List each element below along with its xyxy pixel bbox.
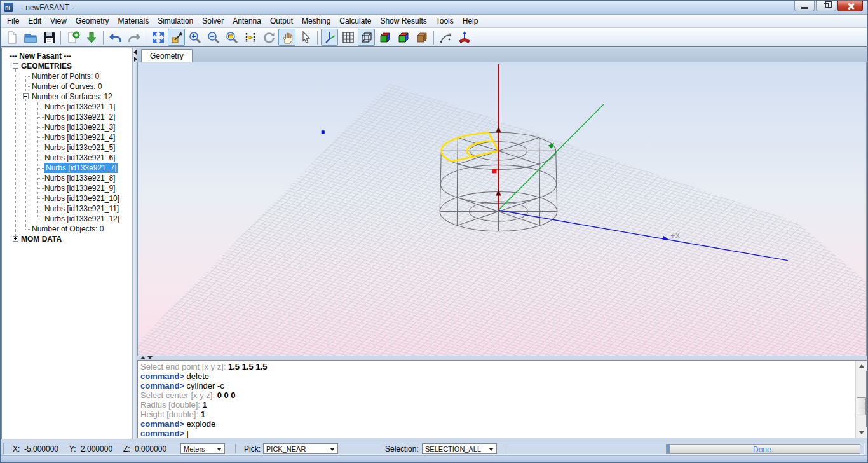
scrollbar-thumb[interactable] (857, 397, 866, 415)
splitter-down-icon[interactable] (147, 356, 153, 359)
menu-item-tools[interactable]: Tools (431, 15, 458, 27)
tab-strip: Geometry (137, 48, 867, 62)
menu-item-help[interactable]: Help (458, 15, 483, 27)
redo-button[interactable] (125, 29, 142, 46)
scene-canvas[interactable]: +X (138, 62, 866, 356)
menu-item-geometry[interactable]: Geometry (71, 15, 114, 27)
tree-item-mom-data[interactable]: MOM DATA (2, 234, 132, 244)
toolbar-separator (60, 31, 61, 45)
antenna-tool-button[interactable] (456, 29, 473, 46)
zoom-in-button[interactable] (186, 29, 203, 46)
show-axes-button[interactable] (321, 29, 338, 46)
sidebar-splitter[interactable] (132, 48, 137, 439)
expand-icon[interactable] (13, 236, 18, 242)
menu-item-meshing[interactable]: Meshing (297, 15, 335, 27)
status-bar: X: -5.000000 Y: 2.000000 Z: 0.000000 Met… (1, 441, 867, 457)
tree-item-nurbs-6[interactable]: Nurbs [id133e921_6] (2, 153, 132, 163)
save-file-button[interactable] (40, 29, 57, 46)
reference-point-marker[interactable] (322, 130, 325, 134)
scroll-up-button[interactable] (856, 361, 867, 371)
curvature-tool-button[interactable] (437, 29, 454, 46)
tree-root[interactable]: --- New Fasant --- (2, 51, 132, 61)
tree-item-nurbs-4[interactable]: Nurbs [id133e921_4] (2, 132, 132, 142)
menu-item-calculate[interactable]: Calculate (335, 15, 376, 27)
console-line: Height [double]: 1 (140, 410, 853, 419)
show-grid-button[interactable] (339, 29, 356, 46)
pan-view-button[interactable] (278, 29, 295, 46)
collapse-icon[interactable] (13, 63, 18, 69)
tree-item-points[interactable]: Number of Points: 0 (2, 71, 132, 81)
minimize-icon (801, 7, 808, 9)
menu-item-show-results[interactable]: Show Results (376, 15, 431, 27)
shaded-mode-button[interactable] (395, 29, 412, 46)
tree-item-nurbs-2[interactable]: Nurbs [id133e921_2] (2, 112, 132, 122)
undo-button[interactable] (107, 29, 124, 46)
tree-item-curves[interactable]: Number of Curves: 0 (2, 81, 132, 92)
import-icon (85, 31, 98, 45)
menu-item-antenna[interactable]: Antenna (228, 15, 266, 27)
tree-item-nurbs-12[interactable]: Nurbs [id133e921_12] (2, 214, 132, 224)
zoom-out-icon (207, 31, 220, 45)
tree-item-nurbs-1[interactable]: Nurbs [id133e921_1] (2, 102, 132, 112)
console-line: Select center [x y z]: 0 0 0 (140, 390, 853, 400)
console-output[interactable]: Select end point [x y z]: 1.5 1.5 1.5 co… (140, 362, 853, 436)
import-geometry-button[interactable] (83, 29, 100, 46)
perspective-view-button[interactable] (168, 29, 185, 46)
menu-item-file[interactable]: File (3, 15, 24, 27)
tree-item-nurbs-3[interactable]: Nurbs [id133e921_3] (2, 122, 132, 132)
wireframe-mode-button[interactable] (358, 29, 375, 46)
open-file-button[interactable] (22, 29, 39, 46)
tree: --- New Fasant --- GEOMETRIES Number of … (2, 48, 132, 244)
coord-y-label: Y: (69, 445, 76, 453)
new-file-button[interactable] (3, 29, 20, 46)
title-bar: nF - newFASANT - (1, 1, 867, 15)
textured-mode-button[interactable] (413, 29, 430, 46)
viewport-3d[interactable]: +X (137, 62, 867, 356)
tab-geometry[interactable]: Geometry (141, 49, 193, 62)
rotate-view-button[interactable] (260, 29, 277, 46)
tree-item-geometries[interactable]: GEOMETRIES (2, 61, 132, 71)
tree-item-nurbs-9[interactable]: Nurbs [id133e921_9] (2, 183, 132, 193)
splitter-up-icon[interactable] (140, 356, 146, 359)
menu-item-view[interactable]: View (46, 15, 71, 27)
menu-bar: File Edit View Geometry Materials Simula… (1, 15, 867, 28)
zoom-selection-button[interactable] (241, 29, 259, 46)
console-scrollbar[interactable] (855, 361, 866, 438)
scroll-down-button[interactable] (856, 427, 867, 438)
new-file-icon (5, 31, 19, 45)
tree-item-nurbs-5[interactable]: Nurbs [id133e921_5] (2, 142, 132, 153)
selection-mode-select[interactable]: SELECTION_ALL (422, 443, 497, 454)
command-console[interactable]: Select end point [x y z]: 1.5 1.5 1.5 co… (137, 360, 867, 438)
zoom-out-button[interactable] (205, 29, 222, 46)
tree-item-objects[interactable]: Number of Objects: 0 (2, 224, 132, 234)
menu-item-solver[interactable]: Solver (198, 15, 228, 27)
tree-item-nurbs-7-selected[interactable]: Nurbs [id133e921_7] (2, 163, 132, 173)
solid-color-mode-button[interactable] (376, 29, 393, 46)
tree-item-nurbs-10[interactable]: Nurbs [id133e921_10] (2, 193, 132, 204)
menu-item-output[interactable]: Output (266, 15, 297, 27)
fit-view-button[interactable] (149, 29, 166, 46)
menu-item-simulation[interactable]: Simulation (153, 15, 198, 27)
console-line: command> delete (140, 371, 853, 381)
restore-button[interactable] (816, 1, 836, 11)
antenna-icon (458, 31, 471, 45)
toolbar (1, 28, 867, 47)
tree-item-nurbs-11[interactable]: Nurbs [id133e921_11] (2, 204, 132, 214)
console-input-line[interactable]: command> | (140, 429, 853, 438)
pick-mode-select[interactable]: PICK_NEAR (263, 443, 338, 454)
new-geometry-button[interactable] (64, 29, 81, 46)
close-button[interactable] (837, 1, 863, 11)
zoom-window-button[interactable] (223, 29, 240, 46)
menu-item-materials[interactable]: Materials (114, 15, 154, 27)
new-geometry-icon (66, 31, 80, 45)
select-cursor-button[interactable] (297, 29, 314, 46)
collapse-icon[interactable] (23, 93, 29, 99)
units-select[interactable]: Meters (180, 443, 225, 454)
menu-item-edit[interactable]: Edit (24, 15, 46, 27)
tree-item-surfaces[interactable]: Number of Surfaces: 12 (2, 92, 132, 102)
console-line: Radius [double]: 1 (140, 400, 853, 410)
tree-item-nurbs-8[interactable]: Nurbs [id133e921_8] (2, 173, 132, 183)
collapse-left-icon[interactable] (133, 50, 137, 55)
minimize-button[interactable] (794, 1, 815, 11)
selection-point-marker[interactable] (492, 169, 496, 173)
